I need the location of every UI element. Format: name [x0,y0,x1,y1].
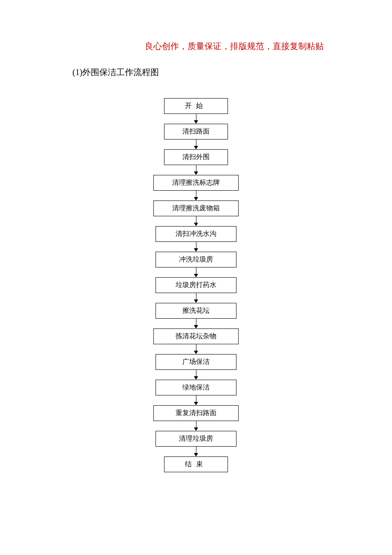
flow-box-step12: 重复清扫路面 [153,405,239,421]
arrow-icon [194,267,198,277]
arrow-icon [194,344,198,354]
arrow-icon [194,242,198,252]
flow-box-step9: 拣清花坛杂物 [153,328,239,344]
arrow-icon [194,216,198,226]
flow-box-step7: 垃圾房打药水 [156,277,236,293]
flow-box-step5: 清扫冲洗水沟 [156,226,236,242]
header-red-text: 良心创作，质量保证，排版规范，直接复制粘贴 [119,39,324,53]
arrow-icon [194,139,198,149]
arrow-icon [194,370,198,380]
arrow-icon [194,114,198,124]
flow-box-end: 结束 [164,456,228,472]
flow-box-step8: 擦洗花坛 [156,303,236,319]
arrow-icon [194,395,198,405]
flow-box-step13: 清理垃圾房 [156,431,236,447]
flow-box-step1: 清扫路面 [164,124,228,139]
arrow-icon [194,165,198,175]
arrow-icon [194,421,198,431]
flow-box-step4: 清理擦洗废物箱 [153,200,239,216]
flow-box-step10: 广场保洁 [156,354,236,370]
arrow-icon [194,447,198,456]
flow-box-step11: 绿地保洁 [156,380,236,395]
arrow-icon [194,293,198,303]
flow-box-step3: 清理擦洗标志牌 [153,175,239,191]
section-title: (1)外围保洁工作流程图 [72,67,159,78]
flowchart-container: 开始 清扫路面 清扫外围 清理擦洗标志牌 清理擦洗废物箱 清扫冲洗水沟 冲洗垃圾… [0,98,392,472]
flow-box-step6: 冲洗垃圾房 [156,252,236,267]
arrow-icon [194,191,198,200]
flow-box-start: 开始 [164,98,228,114]
flow-box-step2: 清扫外围 [164,149,228,165]
arrow-icon [194,319,198,328]
